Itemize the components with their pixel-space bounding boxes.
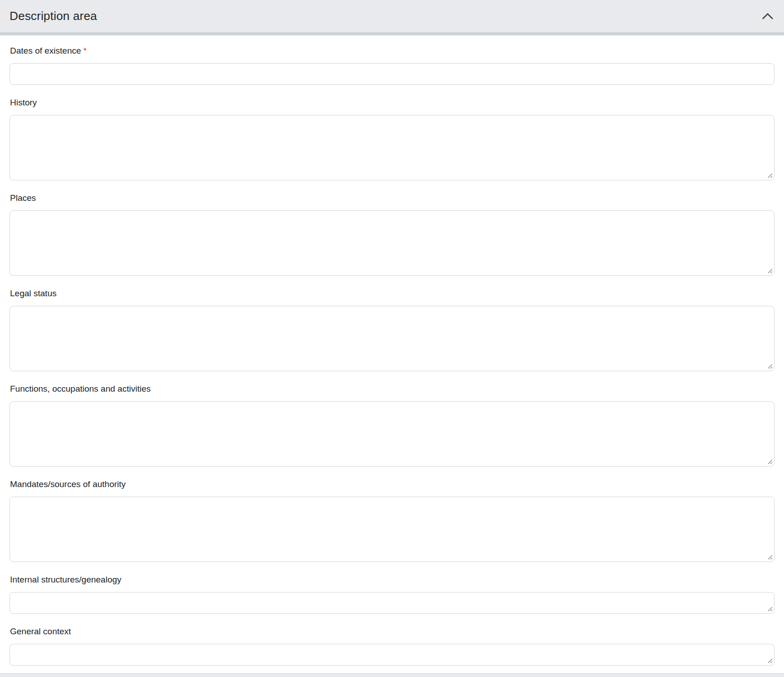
functions-occupations-activities-label: Functions, occupations and activities <box>10 383 774 394</box>
functions-occupations-activities-textarea[interactable] <box>10 401 774 467</box>
resize-handle-icon[interactable] <box>767 363 773 369</box>
description-area-accordion-header[interactable]: Description area <box>0 0 784 32</box>
general-context-label: General context <box>10 626 774 637</box>
field-group-mandates-sources-of-authority: Mandates/sources of authority <box>10 479 774 562</box>
legal-status-label: Legal status <box>10 288 774 299</box>
header-bottom-strip <box>0 32 784 35</box>
dates-of-existence-label: Dates of existence* <box>10 45 774 56</box>
resize-handle-icon[interactable] <box>767 458 773 465</box>
mandates-sources-of-authority-label: Mandates/sources of authority <box>10 479 774 490</box>
next-section-edge <box>0 673 784 677</box>
field-group-internal-structures-genealogy: Internal structures/genealogy <box>10 574 774 614</box>
resize-handle-icon[interactable] <box>767 554 773 560</box>
field-group-dates-of-existence: Dates of existence* <box>10 45 774 85</box>
resize-handle-icon[interactable] <box>767 172 773 179</box>
mandates-sources-of-authority-textarea[interactable] <box>10 497 774 562</box>
legal-status-textarea[interactable] <box>10 306 774 371</box>
resize-handle-icon[interactable] <box>767 657 773 664</box>
general-context-textarea[interactable] <box>10 644 774 666</box>
field-group-legal-status: Legal status <box>10 288 774 371</box>
dates-of-existence-label-text: Dates of existence <box>10 46 81 55</box>
description-area-form: Dates of existence* History Places Legal… <box>0 35 784 666</box>
internal-structures-genealogy-textarea[interactable] <box>10 592 774 614</box>
resize-handle-icon[interactable] <box>767 606 773 612</box>
places-label: Places <box>10 193 774 204</box>
field-group-functions-occupations-activities: Functions, occupations and activities <box>10 383 774 467</box>
chevron-up-icon <box>762 12 774 20</box>
dates-of-existence-input[interactable] <box>10 63 774 85</box>
field-group-general-context: General context <box>10 626 774 666</box>
field-group-history: History <box>10 97 774 180</box>
places-textarea[interactable] <box>10 210 774 276</box>
internal-structures-genealogy-label: Internal structures/genealogy <box>10 574 774 585</box>
resize-handle-icon[interactable] <box>767 268 773 274</box>
field-group-places: Places <box>10 193 774 276</box>
required-asterisk: * <box>83 46 86 55</box>
history-label: History <box>10 97 774 108</box>
section-title: Description area <box>10 9 97 23</box>
history-textarea[interactable] <box>10 115 774 180</box>
